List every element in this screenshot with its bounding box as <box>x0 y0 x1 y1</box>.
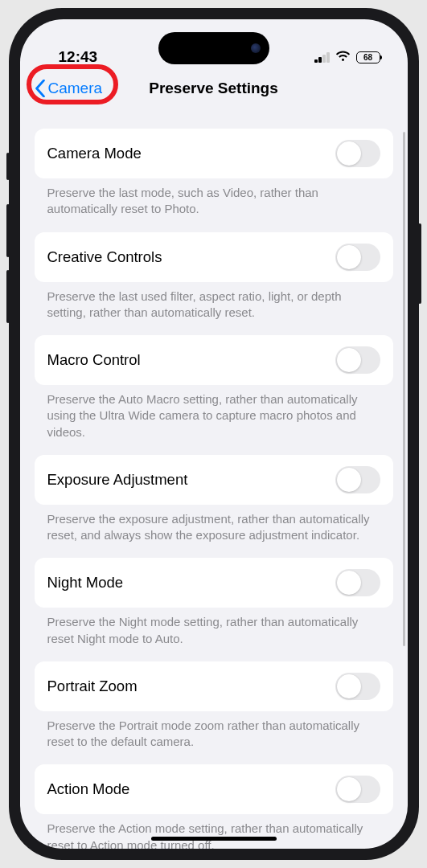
setting-label: Camera Mode <box>47 145 142 162</box>
setting-row: Night Mode <box>35 558 393 608</box>
setting-description: Preserve the exposure adjustment, rather… <box>35 505 393 544</box>
toggle-switch[interactable] <box>335 346 380 374</box>
volume-down-button <box>6 270 10 323</box>
phone-frame: 12:43 68 Camera Preserve Settings C <box>9 8 419 860</box>
screen: 12:43 68 Camera Preserve Settings C <box>20 19 408 849</box>
toggle-switch[interactable] <box>335 244 380 271</box>
setting-description: Preserve the last used filter, aspect ra… <box>35 282 393 321</box>
battery-icon: 68 <box>356 51 380 63</box>
nav-bar: Camera Preserve Settings <box>20 68 408 109</box>
cellular-icon <box>314 52 330 63</box>
setting-row: Action Mode <box>35 764 393 814</box>
setting-row: Macro Control <box>35 335 393 385</box>
setting-label: Night Mode <box>47 574 124 592</box>
setting-label: Macro Control <box>47 351 141 369</box>
setting-description: Preserve the Portrait mode zoom rather t… <box>35 711 393 751</box>
toggle-switch[interactable] <box>335 776 380 803</box>
setting-group: Macro ControlPreserve the Auto Macro set… <box>35 335 393 440</box>
status-time: 12:43 <box>59 48 98 66</box>
setting-row: Camera Mode <box>35 129 393 178</box>
setting-description: Preserve the Action mode setting, rather… <box>35 814 393 849</box>
scroll-indicator <box>403 132 405 646</box>
setting-group: Camera ModePreserve the last mode, such … <box>35 129 393 218</box>
setting-description: Preserve the Auto Macro setting, rather … <box>35 385 393 440</box>
settings-list[interactable]: Camera ModePreserve the last mode, such … <box>20 109 408 849</box>
toggle-switch[interactable] <box>335 466 380 493</box>
home-indicator[interactable] <box>151 837 277 841</box>
toggle-switch[interactable] <box>335 673 380 700</box>
setting-row: Creative Controls <box>35 232 393 282</box>
toggle-switch[interactable] <box>335 569 380 596</box>
back-button[interactable]: Camera <box>28 76 109 100</box>
setting-description: Preserve the Night mode setting, rather … <box>35 608 393 647</box>
setting-group: Creative ControlsPreserve the last used … <box>35 232 393 321</box>
power-button <box>418 223 421 304</box>
front-camera-icon <box>251 43 261 53</box>
status-indicators: 68 <box>314 48 380 66</box>
chevron-left-icon <box>35 80 46 97</box>
side-button <box>6 153 10 180</box>
setting-label: Action Mode <box>47 780 130 798</box>
setting-description: Preserve the last mode, such as Video, r… <box>35 178 393 218</box>
setting-row: Portrait Zoom <box>35 661 393 711</box>
wifi-icon <box>335 48 351 66</box>
setting-row: Exposure Adjustment <box>35 455 393 505</box>
setting-label: Exposure Adjustment <box>47 471 188 489</box>
toggle-switch[interactable] <box>335 140 380 167</box>
setting-label: Creative Controls <box>47 248 162 266</box>
dynamic-island <box>158 32 269 64</box>
volume-up-button <box>6 204 10 257</box>
setting-group: Portrait ZoomPreserve the Portrait mode … <box>35 661 393 751</box>
back-label: Camera <box>48 80 103 97</box>
setting-group: Night ModePreserve the Night mode settin… <box>35 558 393 647</box>
battery-level: 68 <box>363 53 372 62</box>
setting-group: Exposure AdjustmentPreserve the exposure… <box>35 455 393 544</box>
setting-label: Portrait Zoom <box>47 678 138 695</box>
